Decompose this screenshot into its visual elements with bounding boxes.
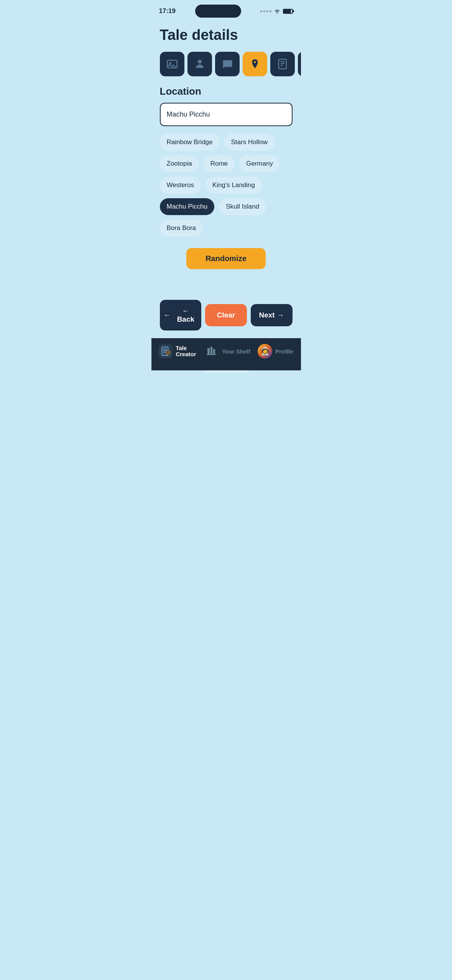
status-icons — [260, 8, 293, 14]
status-bar: 17:19 — [151, 0, 301, 19]
back-button[interactable]: ← ← Back — [160, 300, 202, 331]
chip-germany[interactable]: Germany — [239, 155, 280, 172]
chip-rainbow-bridge[interactable]: Rainbow Bridge — [160, 134, 220, 151]
profile-label: Profile — [275, 348, 293, 355]
dynamic-island — [195, 5, 241, 18]
svg-rect-19 — [213, 349, 215, 354]
status-time: 17:19 — [159, 7, 176, 15]
randomize-button[interactable]: Randomize — [186, 248, 266, 269]
chip-skull-island[interactable]: Skull Island — [219, 198, 266, 215]
nav-profile[interactable]: 🧑‍🚀 Profile — [258, 344, 293, 358]
next-button[interactable]: Next → — [251, 304, 293, 326]
nav-your-shelf[interactable]: Your Shelf — [204, 344, 250, 359]
shelf-icon — [204, 344, 219, 359]
clear-button[interactable]: Clear — [205, 304, 247, 326]
section-label: Location — [160, 86, 293, 97]
svg-rect-18 — [210, 347, 212, 354]
svg-point-1 — [169, 62, 171, 64]
main-content: Tale details T — [151, 19, 301, 269]
tab-target[interactable] — [298, 52, 301, 76]
tab-image[interactable] — [160, 52, 184, 76]
svg-point-2 — [198, 60, 202, 64]
chip-kings-landing[interactable]: King's Landing — [205, 177, 262, 194]
chip-westeros[interactable]: Westeros — [160, 177, 201, 194]
chip-zootopia[interactable]: Zootopia — [160, 155, 199, 172]
chip-bora-bora[interactable]: Bora Bora — [160, 220, 203, 237]
chip-stars-hollow[interactable]: Stars Hollow — [224, 134, 274, 151]
tab-book[interactable] — [270, 52, 295, 76]
home-indicator — [203, 370, 249, 372]
back-arrow-icon: ← — [164, 311, 171, 319]
tab-location[interactable] — [243, 52, 267, 76]
tale-creator-label: Tale Creator — [176, 345, 196, 358]
signal-icon — [260, 10, 271, 12]
bottom-actions: ← ← Back Clear Next → — [151, 292, 301, 338]
tale-creator-icon — [159, 344, 173, 358]
your-shelf-label: Your Shelf — [222, 348, 250, 355]
page-title: Tale details — [160, 27, 293, 43]
nav-tale-creator[interactable]: Tale Creator — [159, 344, 196, 358]
profile-avatar: 🧑‍🚀 — [258, 344, 272, 358]
chip-machu-picchu[interactable]: Machu Picchu — [160, 198, 215, 215]
wifi-icon — [274, 8, 281, 14]
location-input[interactable] — [160, 103, 293, 126]
bottom-nav: Tale Creator Your Shelf 🧑‍🚀 Profile — [151, 338, 301, 370]
battery-icon — [283, 9, 293, 14]
tab-icons-row: T — [160, 52, 293, 76]
tab-speech[interactable] — [215, 52, 240, 76]
chip-rome[interactable]: Rome — [204, 155, 235, 172]
tab-character[interactable] — [187, 52, 212, 76]
svg-rect-17 — [207, 348, 210, 354]
location-chips: Rainbow Bridge Stars Hollow Zootopia Rom… — [160, 134, 293, 237]
